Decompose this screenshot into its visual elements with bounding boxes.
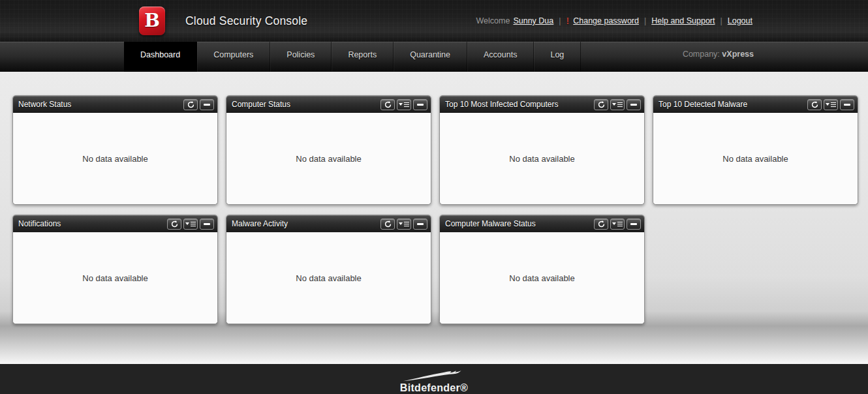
separator: |: [721, 16, 722, 25]
minimize-icon: [417, 104, 424, 106]
widget-title: Top 10 Detected Malware: [659, 100, 805, 109]
filter-menu-icon: [399, 222, 409, 226]
widget-empty-message: No data available: [440, 232, 644, 324]
minimize-icon: [630, 104, 637, 106]
minimize-button[interactable]: [840, 99, 854, 110]
minimize-icon: [204, 104, 210, 106]
widget-row: Network StatusNo data availableComputer …: [12, 95, 868, 205]
minimize-button[interactable]: [413, 219, 427, 230]
filter-menu-icon: [612, 222, 623, 226]
tab-reports[interactable]: Reports: [332, 42, 394, 72]
refresh-button[interactable]: [594, 219, 608, 230]
minimize-icon: [204, 223, 210, 225]
refresh-button[interactable]: [807, 99, 822, 110]
refresh-icon: [598, 220, 605, 228]
change-password-link[interactable]: Change password: [573, 16, 639, 25]
widget-empty-message: No data available: [226, 232, 431, 324]
widget-title: Malware Activity: [232, 219, 379, 228]
widget-malware-activity: Malware ActivityNo data available: [226, 215, 431, 324]
filter-button[interactable]: [397, 219, 411, 230]
filter-button[interactable]: [610, 219, 625, 230]
logout-link[interactable]: Logout: [728, 16, 752, 25]
filter-button[interactable]: [610, 99, 625, 110]
page-title: Cloud Security Console: [185, 0, 307, 42]
refresh-icon: [811, 101, 818, 108]
minimize-icon: [844, 104, 850, 106]
help-support-link[interactable]: Help and Support: [651, 16, 715, 25]
widget-empty-message: No data available: [653, 113, 858, 204]
user-menu: Welcome Sunny Dua | ! Change password | …: [476, 0, 752, 42]
tab-log[interactable]: Log: [534, 42, 581, 72]
minimize-icon: [417, 223, 424, 225]
tab-dashboard[interactable]: Dashboard: [124, 42, 197, 72]
nav-bar: DashboardComputersPoliciesReportsQuarant…: [0, 42, 868, 72]
alert-icon: !: [566, 16, 570, 26]
refresh-button[interactable]: [183, 99, 198, 110]
refresh-icon: [384, 220, 392, 228]
refresh-icon: [171, 220, 178, 228]
widget-empty-message: No data available: [226, 113, 431, 204]
refresh-button[interactable]: [167, 219, 181, 230]
filter-menu-icon: [826, 102, 836, 107]
refresh-button[interactable]: [594, 99, 608, 110]
widget-empty-message: No data available: [13, 113, 217, 204]
logo-letter: B: [144, 12, 160, 30]
widget-top-10-detected-malware: Top 10 Detected MalwareNo data available: [653, 95, 858, 205]
user-name-link[interactable]: Sunny Dua: [513, 16, 553, 25]
dashboard-main: Network StatusNo data availableComputer …: [0, 72, 868, 364]
widget-empty-message: No data available: [13, 232, 217, 324]
refresh-icon: [187, 101, 194, 108]
company-label: Company: vXpress: [683, 42, 754, 72]
widget-title: Top 10 Most Infected Computers: [445, 100, 592, 109]
bitdefender-logo-icon: B: [139, 7, 165, 35]
nav-tabs: DashboardComputersPoliciesReportsQuarant…: [124, 42, 868, 72]
tab-computers[interactable]: Computers: [197, 42, 270, 72]
minimize-button[interactable]: [200, 219, 214, 230]
widget-title: Computer Status: [232, 100, 379, 109]
filter-button[interactable]: [183, 219, 198, 230]
cloud-security-console: B Cloud Security Console Welcome Sunny D…: [0, 0, 868, 394]
widget-notifications: NotificationsNo data available: [12, 215, 218, 324]
widget-header[interactable]: Notifications: [13, 215, 217, 232]
filter-menu-icon: [612, 102, 623, 107]
filter-button[interactable]: [824, 99, 838, 110]
company-name: vXpress: [722, 50, 754, 59]
widget-header[interactable]: Computer Status: [226, 96, 431, 113]
welcome-label: Welcome: [476, 16, 510, 25]
minimize-button[interactable]: [627, 99, 641, 110]
widget-title: Notifications: [18, 219, 165, 228]
widget-header[interactable]: Top 10 Detected Malware: [653, 96, 858, 113]
separator: |: [644, 16, 646, 25]
minimize-button[interactable]: [413, 99, 427, 110]
filter-menu-icon: [399, 102, 409, 107]
widget-header[interactable]: Network Status: [13, 96, 217, 113]
widget-header[interactable]: Malware Activity: [226, 215, 431, 232]
refresh-button[interactable]: [380, 99, 395, 110]
widget-empty-message: No data available: [440, 113, 644, 204]
filter-button[interactable]: [397, 99, 411, 110]
widget-top-10-most-infected-computers: Top 10 Most Infected ComputersNo data av…: [439, 95, 645, 205]
widget-network-status: Network StatusNo data available: [12, 95, 218, 205]
minimize-button[interactable]: [627, 219, 641, 230]
widget-computer-malware-status: Computer Malware StatusNo data available: [439, 215, 645, 324]
app-header: B Cloud Security Console Welcome Sunny D…: [0, 0, 868, 42]
refresh-icon: [598, 101, 605, 108]
tab-policies[interactable]: Policies: [270, 42, 332, 72]
widget-title: Network Status: [18, 100, 181, 109]
widget-header[interactable]: Top 10 Most Infected Computers: [440, 96, 644, 113]
company-label-text: Company:: [683, 50, 720, 59]
widget-computer-status: Computer StatusNo data available: [226, 95, 431, 205]
bitdefender-swoosh-icon: [398, 369, 470, 382]
widget-row: NotificationsNo data availableMalware Ac…: [12, 215, 868, 324]
tab-accounts[interactable]: Accounts: [467, 42, 534, 72]
minimize-button[interactable]: [200, 99, 214, 110]
tab-quarantine[interactable]: Quarantine: [394, 42, 467, 72]
app-footer: Bitdefender®: [0, 364, 868, 394]
filter-menu-icon: [185, 222, 196, 226]
separator: |: [559, 16, 561, 25]
widget-header[interactable]: Computer Malware Status: [440, 215, 644, 232]
refresh-button[interactable]: [380, 219, 395, 230]
widget-title: Computer Malware Status: [445, 219, 592, 228]
footer-brand: Bitdefender®: [400, 382, 468, 394]
minimize-icon: [630, 223, 637, 225]
